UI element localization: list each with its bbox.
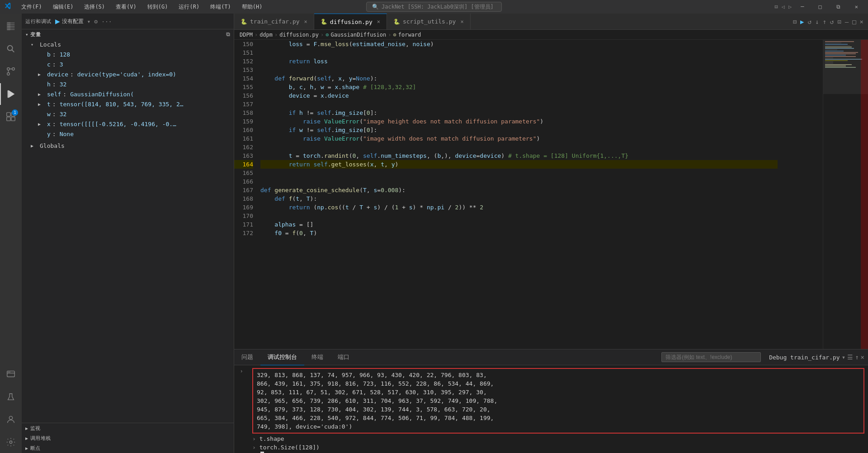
sidebar-item-explorer[interactable] (0, 15, 22, 37)
menu-select[interactable]: 选择(S) (81, 2, 108, 12)
step-into-icon[interactable]: ↑ (822, 18, 826, 25)
var-self-arrow-icon: ▶ (38, 92, 45, 97)
panel-tab-problems[interactable]: 问题 (234, 349, 260, 365)
breadcrumb-ddpm2[interactable]: ddpm (259, 32, 273, 38)
maximize-btn[interactable]: □ (813, 0, 827, 14)
close-panel-icon[interactable]: × (861, 354, 864, 361)
sidebar-bottom: ▶ 监视 ▶ 调用堆栈 ▶ 断点 (22, 423, 234, 453)
close-panel-icon[interactable]: × (860, 18, 863, 25)
step-out-icon[interactable]: ↺ (830, 18, 834, 25)
copy-icon[interactable]: ⧉ (226, 31, 231, 38)
restart-icon[interactable]: ↺ (808, 18, 811, 25)
tab-diffusion[interactable]: 🐍 diffusion.py × (314, 14, 387, 29)
sidebar-item-settings[interactable] (0, 431, 22, 453)
forward-btn[interactable]: ▷ (788, 4, 792, 10)
var-self-name: self (47, 91, 61, 98)
tab-diffusion-icon: 🐍 (321, 19, 327, 25)
tab-script-utils-close-icon[interactable]: × (460, 19, 463, 25)
search-bar[interactable]: 🔍 JackNet [SSH: JackLab0深圳] [管理员] (366, 2, 502, 12)
layout-icon: ⊟ (775, 4, 778, 10)
menu-file[interactable]: 文件(F) (19, 2, 45, 12)
tab-train-cifar[interactable]: 🐍 train_cifar.py × (234, 14, 314, 29)
tab-diffusion-label: diffusion.py (330, 19, 373, 25)
call-stack-section[interactable]: ▶ 调用堆栈 (22, 433, 234, 443)
menu-help[interactable]: 帮助(H) (239, 2, 265, 12)
panel-tab-ports[interactable]: 端口 (330, 349, 357, 365)
run-button[interactable]: ▶ 没有配置 (55, 18, 84, 25)
breadcrumb-ddpm[interactable]: DDPM (240, 32, 253, 38)
filter-input[interactable] (661, 352, 761, 362)
menu-terminal[interactable]: 终端(T) (208, 2, 234, 12)
more-icon[interactable]: ··· (101, 18, 112, 25)
breadcrumb-sep3: › (321, 32, 324, 38)
var-w[interactable]: w : 32 (22, 109, 234, 119)
code-editor[interactable]: 150 151 152 153 154 155 156 157 158 159 … (234, 40, 823, 349)
breadcrumb-sep4: › (388, 32, 391, 38)
breakpoints-section[interactable]: ▶ 断点 (22, 443, 234, 453)
collapse-all-icon[interactable]: ↑ (855, 354, 859, 361)
sidebar-item-source-control[interactable] (0, 61, 22, 82)
minimize-btn[interactable]: ─ (795, 0, 809, 14)
locals-group[interactable]: ▾ Locals (22, 39, 234, 49)
menu-view[interactable]: 查看(V) (113, 2, 139, 12)
console-line-tshape: › t.shape (252, 434, 864, 443)
console-prompt-icon[interactable]: › (252, 434, 256, 443)
var-w-value: 32 (60, 111, 67, 118)
watch-section[interactable]: ▶ 监视 (22, 423, 234, 433)
dropdown-arrow-icon[interactable]: ▾ (842, 354, 845, 361)
sidebar-item-search[interactable] (0, 38, 22, 60)
svg-point-3 (7, 68, 10, 71)
call-stack-label: 调用堆栈 (30, 435, 51, 442)
var-h[interactable]: h : 32 (22, 79, 234, 89)
var-x[interactable]: ▶ x : tensor([[[[-0.5216, -0.4196, -0.43… (22, 119, 234, 129)
title-bar-left: 文件(F) 编辑(E) 选择(S) 查看(V) 转到(G) 运行(R) 终端(T… (5, 2, 265, 12)
minimize-panel-icon[interactable]: — (845, 18, 849, 25)
back-btn[interactable]: ◁ (782, 4, 785, 10)
var-x-name: x (47, 121, 51, 127)
var-y[interactable]: y : None (22, 129, 234, 139)
breadcrumb-fn[interactable]: forward (398, 32, 421, 38)
var-b[interactable]: b : 128 (22, 49, 234, 59)
panel-tab-debug-console[interactable]: 调试控制台 (260, 349, 304, 365)
var-self[interactable]: ▶ self : GaussianDiffusion( (22, 89, 234, 99)
var-device[interactable]: ▶ device : device(type='cuda', index=0) (22, 69, 234, 79)
menu-run[interactable]: 运行(R) (176, 2, 202, 12)
sidebar-item-account[interactable] (0, 409, 22, 430)
sidebar-item-testing[interactable] (0, 386, 22, 408)
config-arrow-icon[interactable]: ▾ (87, 18, 91, 25)
split-editor-icon[interactable]: ⊟ (793, 18, 797, 25)
sidebar-item-extensions[interactable]: 1 (0, 106, 22, 127)
console-prompt-icon2[interactable]: › (252, 443, 256, 452)
debug-play-icon[interactable]: ▶ (800, 18, 804, 25)
list-view-icon[interactable]: ☰ (847, 354, 853, 361)
maximize-panel-icon[interactable]: □ (852, 18, 856, 25)
sidebar-item-run-debug[interactable] (0, 83, 22, 105)
close-btn[interactable]: ✕ (849, 0, 863, 14)
breadcrumb-class[interactable]: GaussianDiffusion (330, 32, 386, 38)
gear-icon[interactable]: ⚙ (94, 18, 98, 25)
globals-group[interactable]: ▶ Globals (22, 141, 234, 151)
breadcrumb-file[interactable]: diffusion.py (279, 32, 319, 38)
code-line-166 (260, 177, 778, 186)
tab-train-cifar-close-icon[interactable]: × (304, 19, 307, 25)
var-c[interactable]: c : 3 (22, 59, 234, 69)
editor-main: 🐍 train_cifar.py × 🐍 diffusion.py × 🐍 sc… (234, 14, 868, 453)
expand-output-icon[interactable]: › (240, 368, 243, 374)
tab-diffusion-close-icon[interactable]: × (377, 19, 380, 25)
stop-icon[interactable]: ⊡ (837, 18, 841, 25)
sidebar: 运行和调试 ▶ 没有配置 ▾ ⚙ ··· ▾ 变量 ⧉ ▾ Locals b :… (22, 14, 234, 453)
step-over-icon[interactable]: ↓ (815, 18, 819, 25)
menu-goto[interactable]: 转到(G) (145, 2, 171, 12)
code-line-152: return loss (260, 57, 778, 66)
variables-header[interactable]: ▾ 变量 ⧉ (22, 29, 234, 39)
tab-script-utils[interactable]: 🐍 script_utils.py × (387, 14, 471, 29)
panel-tab-terminal[interactable]: 终端 (304, 349, 330, 365)
line-num-168: 168 (234, 194, 253, 203)
sidebar-item-remote-explorer[interactable] (0, 363, 22, 385)
var-device-name: device (47, 71, 68, 78)
menu-edit[interactable]: 编辑(E) (50, 2, 76, 12)
restore-btn[interactable]: ⧉ (831, 0, 846, 14)
line-num-160: 160 (234, 126, 253, 134)
line-num-156: 156 (234, 91, 253, 100)
var-t[interactable]: ▶ t : tensor([814, 810, 543, 769, 335, 2… (22, 99, 234, 109)
